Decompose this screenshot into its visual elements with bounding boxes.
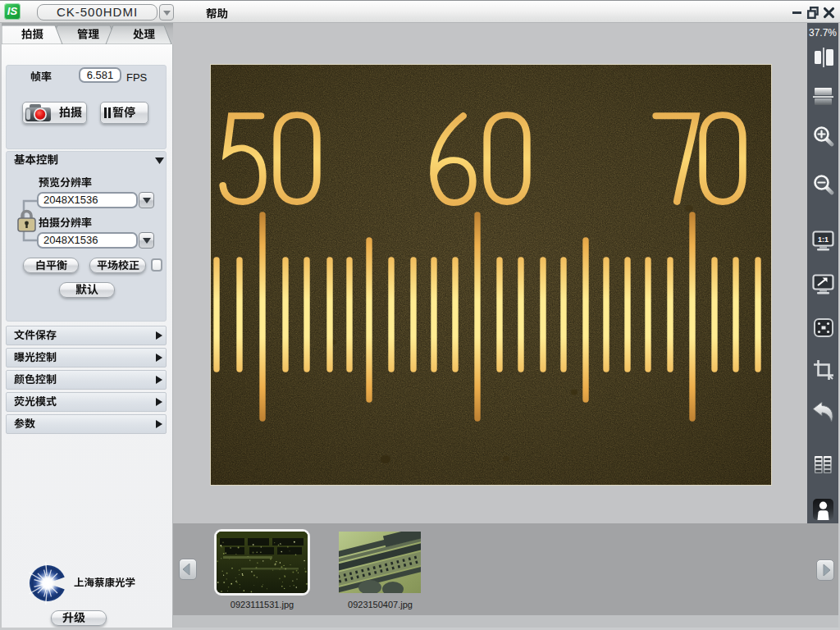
svg-text:1:1: 1:1 xyxy=(818,235,829,244)
